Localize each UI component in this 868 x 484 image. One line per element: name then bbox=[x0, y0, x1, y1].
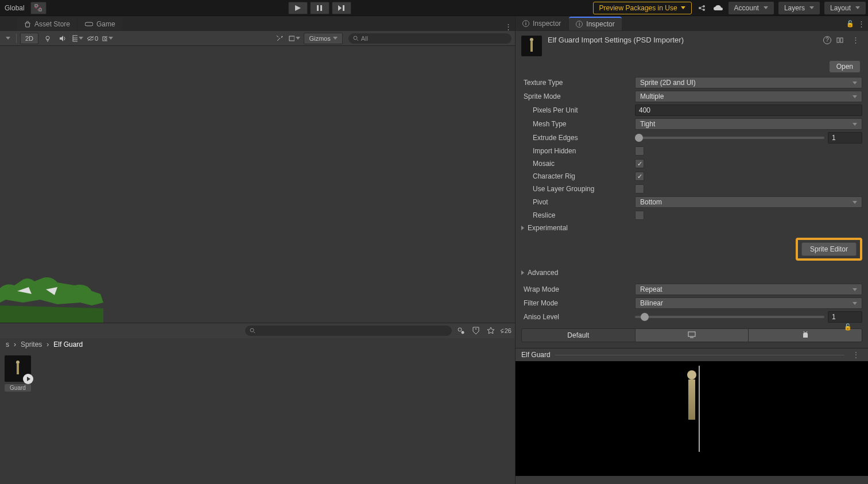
play-overlay-icon[interactable] bbox=[23, 374, 33, 384]
svg-rect-4 bbox=[320, 5, 322, 11]
preview-packages-button[interactable]: Preview Packages in Use bbox=[593, 2, 692, 14]
layers-menu[interactable]: Layers bbox=[778, 2, 820, 14]
inspector-tab-menu-icon[interactable]: ⋮ bbox=[854, 20, 868, 28]
wrap-mode-dropdown[interactable]: Repeat bbox=[635, 284, 862, 295]
pause-button[interactable] bbox=[310, 2, 330, 14]
aniso-label: Aniso Level bbox=[521, 313, 630, 321]
import-hidden-label: Import Hidden bbox=[521, 147, 630, 155]
help-icon[interactable]: ? bbox=[823, 36, 831, 44]
sprite-editor-button[interactable]: Sprite Editor bbox=[801, 242, 857, 256]
gamepad-icon bbox=[85, 21, 93, 27]
step-button[interactable] bbox=[332, 2, 351, 14]
tab-asset-store[interactable]: Asset Store bbox=[17, 17, 77, 31]
lighting-icon[interactable] bbox=[42, 33, 53, 44]
breadcrumb: s› Sprites› Elf Guard bbox=[0, 338, 515, 351]
layer-grouping-checkbox[interactable] bbox=[635, 184, 644, 193]
bag-icon bbox=[24, 21, 31, 28]
account-menu[interactable]: Account bbox=[728, 2, 774, 14]
svg-rect-1 bbox=[39, 9, 41, 11]
search-icon bbox=[250, 328, 255, 334]
sprite-mode-dropdown[interactable]: Multiple bbox=[635, 91, 862, 102]
svg-line-18 bbox=[357, 40, 358, 41]
platform-tab-default[interactable]: Default bbox=[522, 329, 636, 342]
project-panel: 26 🔓 s› Sprites› Elf Guard Guard bbox=[0, 323, 515, 484]
asset-thumbnail[interactable] bbox=[5, 355, 31, 382]
grid-snap-icon[interactable] bbox=[30, 2, 46, 14]
mesh-type-dropdown[interactable]: Tight bbox=[635, 118, 862, 130]
tab-inspector-2[interactable]: iInspector bbox=[569, 17, 621, 30]
gizmos-dropdown[interactable]: Gizmos bbox=[304, 33, 342, 44]
audio-icon[interactable] bbox=[57, 33, 68, 44]
search-icon bbox=[353, 36, 359, 41]
tool-handle-mode[interactable]: Global bbox=[2, 4, 27, 12]
scene-tab-row: Asset Store Game ⋮ bbox=[0, 16, 515, 31]
pivot-dropdown[interactable]: Bottom bbox=[635, 196, 862, 208]
reslice-checkbox[interactable] bbox=[635, 211, 644, 220]
inspector-title: Elf Guard Import Settings (PSD Importer) bbox=[548, 36, 817, 44]
svg-rect-27 bbox=[688, 332, 695, 336]
ppu-label: Pixels Per Unit bbox=[521, 106, 630, 114]
ppu-input[interactable] bbox=[635, 104, 862, 116]
character-rig-checkbox[interactable]: ✓ bbox=[635, 172, 644, 181]
layer-grouping-label: Use Layer Grouping bbox=[521, 185, 630, 193]
mosaic-checkbox[interactable]: ✓ bbox=[635, 159, 644, 168]
preview-menu-icon[interactable]: ⋮ bbox=[849, 351, 862, 359]
svg-point-21 bbox=[458, 328, 462, 331]
preview-header[interactable]: Elf Guard ⋮ bbox=[516, 349, 868, 361]
collab-icon[interactable] bbox=[696, 2, 708, 14]
platform-tab-android[interactable] bbox=[749, 329, 862, 342]
svg-line-29 bbox=[804, 331, 804, 332]
2d-toggle[interactable]: 2D bbox=[20, 33, 38, 44]
extrude-value-input[interactable] bbox=[828, 132, 862, 144]
svg-point-23 bbox=[475, 328, 476, 330]
breadcrumb-current[interactable]: Elf Guard bbox=[53, 340, 83, 349]
camera-icon[interactable] bbox=[102, 33, 113, 44]
breadcrumb-item[interactable]: s bbox=[6, 340, 9, 349]
lock-icon[interactable]: 🔓 bbox=[844, 323, 852, 331]
filter-by-type-icon[interactable] bbox=[455, 325, 467, 336]
texture-type-label: Texture Type bbox=[521, 79, 630, 87]
fx-icon[interactable] bbox=[72, 33, 83, 44]
platform-tab-standalone[interactable] bbox=[636, 329, 749, 342]
texture-type-dropdown[interactable]: Sprite (2D and UI) bbox=[635, 77, 862, 88]
top-toolbar: Global Preview Packages in Use Account L… bbox=[0, 0, 868, 16]
layout-menu[interactable]: Layout bbox=[824, 2, 866, 14]
open-button[interactable]: Open bbox=[830, 61, 860, 72]
favorite-icon[interactable] bbox=[485, 325, 497, 336]
svg-rect-6 bbox=[343, 5, 344, 11]
aniso-value-input[interactable] bbox=[828, 311, 862, 323]
cloud-icon[interactable] bbox=[712, 2, 724, 14]
hidden-count-icon[interactable]: 26 bbox=[500, 325, 512, 336]
filter-mode-dropdown[interactable]: Bilinear bbox=[635, 297, 862, 309]
advanced-foldout[interactable]: Advanced bbox=[516, 266, 868, 279]
hidden-icon[interactable]: 0 bbox=[87, 33, 98, 44]
extrude-slider[interactable] bbox=[635, 137, 824, 139]
project-search-input[interactable] bbox=[245, 326, 452, 336]
component-menu-icon[interactable]: ⋮ bbox=[848, 36, 862, 44]
import-hidden-checkbox[interactable] bbox=[635, 146, 644, 156]
tools-icon[interactable] bbox=[274, 33, 285, 44]
preset-icon[interactable] bbox=[836, 36, 844, 44]
breadcrumb-sprites[interactable]: Sprites bbox=[21, 340, 42, 349]
scene-search-input[interactable]: All bbox=[348, 33, 512, 44]
mesh-type-label: Mesh Type bbox=[521, 120, 630, 128]
extrude-label: Extrude Edges bbox=[521, 134, 630, 142]
camera2-icon[interactable] bbox=[289, 33, 300, 44]
scene-viewport[interactable] bbox=[0, 46, 515, 323]
preview-canvas bbox=[516, 361, 868, 476]
svg-rect-26 bbox=[840, 38, 843, 42]
aniso-slider[interactable] bbox=[635, 316, 824, 318]
inspector-lock-icon[interactable]: 🔓 bbox=[846, 20, 854, 28]
experimental-foldout[interactable]: Experimental bbox=[516, 222, 868, 234]
filter-by-label-icon[interactable] bbox=[470, 325, 482, 336]
tab-game[interactable]: Game bbox=[78, 17, 122, 31]
pivot-label: Pivot bbox=[521, 198, 630, 206]
tab-inspector-1[interactable]: iInspector bbox=[516, 17, 568, 30]
play-button[interactable] bbox=[288, 2, 308, 14]
shaded-dropdown-icon[interactable] bbox=[6, 37, 10, 40]
asset-icon bbox=[521, 36, 542, 56]
asset-label: Guard bbox=[5, 384, 31, 392]
scene-tab-menu-icon[interactable]: ⋮ bbox=[501, 22, 515, 31]
wrap-mode-label: Wrap Mode bbox=[521, 285, 630, 293]
mosaic-label: Mosaic bbox=[521, 160, 630, 168]
